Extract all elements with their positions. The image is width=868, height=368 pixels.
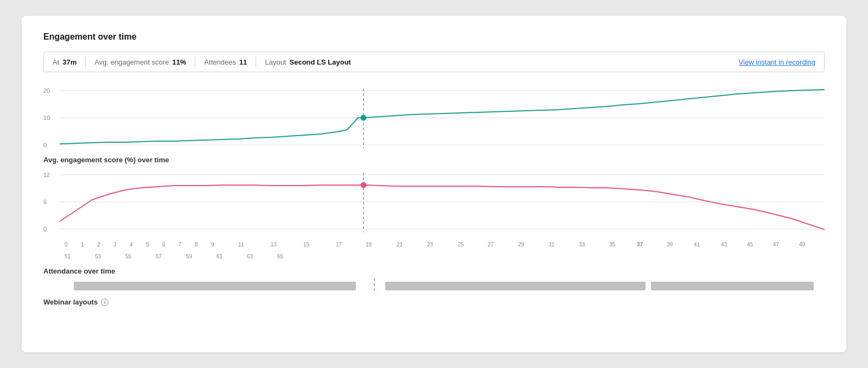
svg-rect-57 bbox=[651, 282, 814, 290]
svg-text:61: 61 bbox=[216, 253, 223, 259]
attendees-label: Attendees bbox=[204, 58, 236, 66]
engagement-chart-container: 12 6 0 bbox=[43, 167, 825, 238]
svg-text:6: 6 bbox=[162, 242, 165, 248]
card-title: Engagement over time bbox=[43, 32, 825, 42]
at-value: 37m bbox=[62, 58, 76, 66]
svg-rect-54 bbox=[74, 282, 356, 290]
svg-text:11: 11 bbox=[238, 242, 245, 248]
svg-text:13: 13 bbox=[271, 242, 277, 248]
svg-text:65: 65 bbox=[277, 253, 284, 259]
svg-text:7: 7 bbox=[178, 242, 182, 248]
attendance-chart-container: 20 10 0 bbox=[43, 83, 825, 154]
svg-text:51: 51 bbox=[65, 253, 71, 259]
svg-text:15: 15 bbox=[303, 242, 310, 248]
svg-text:37: 37 bbox=[637, 242, 643, 248]
svg-text:33: 33 bbox=[579, 242, 585, 248]
svg-text:0: 0 bbox=[43, 226, 47, 232]
svg-text:29: 29 bbox=[518, 242, 525, 248]
info-icon[interactable]: i bbox=[101, 299, 108, 306]
svg-text:8: 8 bbox=[195, 242, 198, 248]
main-card: Engagement over time At 37m Avg. engagem… bbox=[22, 16, 846, 352]
svg-text:45: 45 bbox=[747, 242, 754, 248]
avg-item: Avg. engagement score 11% bbox=[86, 58, 195, 66]
svg-text:55: 55 bbox=[125, 253, 132, 259]
attendees-value: 11 bbox=[239, 58, 247, 66]
avg-label: Avg. engagement score bbox=[94, 58, 169, 66]
engagement-chart-svg: 12 6 0 bbox=[43, 167, 825, 238]
layout-label: Layout bbox=[265, 58, 286, 66]
svg-text:49: 49 bbox=[799, 242, 806, 248]
svg-text:3: 3 bbox=[113, 242, 117, 248]
attendance-bar-container bbox=[43, 278, 825, 294]
attendance-chart-svg: 20 10 0 bbox=[43, 83, 825, 154]
svg-text:47: 47 bbox=[773, 242, 780, 248]
svg-text:27: 27 bbox=[488, 242, 494, 248]
svg-text:25: 25 bbox=[458, 242, 464, 248]
x-axis-svg2: 51 53 55 57 59 61 63 65 bbox=[64, 252, 825, 261]
layout-value: Second LS Layout bbox=[290, 58, 351, 66]
layout-item: Layout Second LS Layout bbox=[256, 58, 359, 66]
svg-text:6: 6 bbox=[43, 199, 47, 205]
svg-text:39: 39 bbox=[667, 242, 673, 248]
svg-text:23: 23 bbox=[427, 242, 433, 248]
svg-text:19: 19 bbox=[366, 242, 372, 248]
svg-text:59: 59 bbox=[186, 253, 193, 259]
x-axis-svg: 0 1 2 3 4 5 6 7 8 9 11 13 15 17 19 21 23… bbox=[64, 240, 825, 249]
svg-text:57: 57 bbox=[156, 253, 162, 259]
attendance-bar-svg bbox=[43, 278, 825, 294]
svg-text:9: 9 bbox=[211, 242, 214, 248]
svg-text:0: 0 bbox=[65, 242, 68, 248]
svg-text:41: 41 bbox=[694, 242, 700, 248]
svg-text:17: 17 bbox=[336, 242, 342, 248]
svg-text:20: 20 bbox=[43, 87, 50, 94]
svg-text:0: 0 bbox=[43, 142, 47, 148]
svg-point-15 bbox=[361, 182, 366, 188]
svg-text:10: 10 bbox=[43, 115, 50, 121]
svg-text:12: 12 bbox=[43, 172, 50, 178]
svg-text:53: 53 bbox=[95, 253, 101, 259]
svg-text:5: 5 bbox=[146, 242, 149, 248]
svg-point-7 bbox=[361, 115, 366, 120]
attendance-label: Attendance over time bbox=[43, 267, 825, 275]
attendees-item: Attendees 11 bbox=[195, 58, 256, 66]
webinar-layouts-label: Webinar layouts bbox=[43, 298, 98, 306]
svg-text:35: 35 bbox=[609, 242, 616, 248]
svg-text:63: 63 bbox=[247, 253, 253, 259]
view-instant-link[interactable]: View instant in recording bbox=[739, 58, 815, 66]
avg-value: 11% bbox=[172, 58, 186, 66]
svg-text:31: 31 bbox=[548, 242, 555, 248]
at-label: At bbox=[53, 58, 59, 66]
svg-rect-56 bbox=[385, 282, 646, 290]
svg-text:21: 21 bbox=[397, 242, 403, 248]
x-axis-container2: 51 53 55 57 59 61 63 65 bbox=[43, 252, 825, 263]
svg-text:1: 1 bbox=[81, 242, 84, 248]
webinar-layouts-row: Webinar layouts i bbox=[43, 298, 825, 306]
svg-text:2: 2 bbox=[97, 242, 100, 248]
info-bar: At 37m Avg. engagement score 11% Attende… bbox=[43, 52, 825, 72]
x-axis-container: 0 1 2 3 4 5 6 7 8 9 11 13 15 17 19 21 23… bbox=[43, 240, 825, 251]
avg-engagement-label: Avg. engagement score (%) over time bbox=[43, 156, 825, 164]
at-item: At 37m bbox=[53, 58, 85, 66]
svg-text:4: 4 bbox=[130, 242, 133, 248]
svg-text:43: 43 bbox=[721, 242, 727, 248]
